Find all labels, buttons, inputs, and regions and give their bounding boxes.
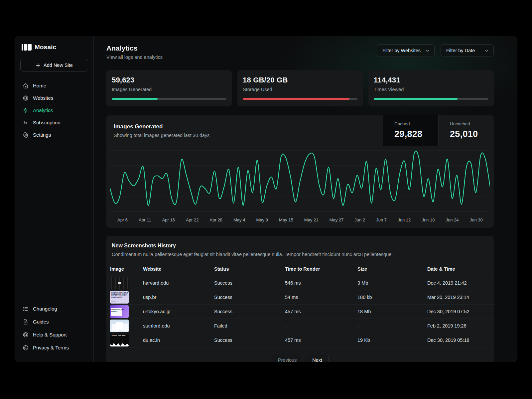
x-tick: Apr 11 (139, 217, 151, 222)
screenshot-thumbnail: Toronto Tech Week (110, 334, 129, 346)
stat-value: 114,431 (374, 76, 488, 84)
sidebar-item-label: Home (33, 83, 46, 88)
globe-icon (22, 95, 29, 101)
x-tick: Apr 28 (210, 217, 222, 222)
x-tick: Jun 18 (422, 217, 435, 222)
next-page-button[interactable]: Next (306, 354, 329, 362)
cell-time-to-render: 546 ms (285, 280, 357, 286)
column-header-date-time: Date & Time (427, 266, 494, 272)
x-tick: Jun 24 (446, 217, 459, 222)
cell-status: Success (214, 337, 285, 343)
stat-label: Storage Used (243, 87, 357, 92)
chart-plot-area: Apr 6 Apr 11 Apr 16 Apr 22 Apr 28 May 4 … (106, 146, 494, 228)
stat-value: 59,623 (112, 76, 226, 84)
sidebar-item-home[interactable]: Home (20, 80, 88, 91)
stat-label: Images Generated (112, 87, 226, 92)
uncached-value: 25,010 (450, 129, 494, 139)
images-generated-chart-card: Images Generated Showing total images ge… (106, 115, 494, 228)
column-header-time-to-render: Time to Render (285, 266, 357, 272)
cell-date-time: Feb 2, 2019 19:28 (427, 323, 494, 329)
table-row[interactable]: Toronto Tech Week du.ac.in Success 457 m… (106, 333, 494, 347)
screenshot-thumbnail (110, 320, 129, 332)
sidebar-footer-nav: Changelog Guides Help & Support Privacy … (20, 303, 88, 353)
progress-fill (243, 98, 349, 100)
add-new-site-button[interactable]: Add New Site (20, 59, 88, 71)
table-subtitle: Condimentum nulla pellentesque eget feug… (112, 252, 488, 257)
filter-by-date-label: Filter by Date (446, 48, 475, 53)
column-header-image: Image (110, 266, 143, 272)
cached-toggle[interactable]: Cached 29,828 (383, 115, 438, 146)
table-row[interactable]: Ship stories, not features u-tokyo.ac.jp… (106, 305, 494, 319)
cached-value: 29,828 (394, 129, 438, 139)
x-tick: May 15 (279, 217, 293, 222)
table-row[interactable]: stanford.edu Failed - - Feb 2, 2019 19:2… (106, 319, 494, 333)
cell-time-to-render: 54 ms (285, 295, 357, 300)
column-header-website: Website (143, 266, 214, 272)
progress-bar (374, 98, 488, 100)
sidebar-item-guides[interactable]: Guides (20, 316, 88, 327)
x-tick: May 9 (256, 217, 268, 222)
mosaic-logo-icon (22, 44, 32, 51)
uncached-label: Uncached (450, 121, 494, 126)
gear-icon (22, 132, 29, 138)
previous-page-button[interactable]: Previous (272, 354, 303, 362)
x-tick: May 21 (304, 217, 319, 222)
chart-subtitle: Showing total images generated last 30 d… (114, 133, 375, 138)
progress-fill (112, 98, 158, 100)
x-tick: Apr 16 (162, 217, 175, 222)
logo: Mosaic (20, 43, 88, 52)
sidebar-item-privacy-terms[interactable]: Privacy & Terms (20, 342, 88, 353)
table-row[interactable]: Because startup reporting is so damn har… (106, 290, 494, 305)
cell-date-time: Mar 20, 2019 23:14 (427, 295, 494, 300)
stat-value: 18 GB/20 GB (243, 76, 357, 84)
stat-card-times-viewed: 114,431 Times Viewed (368, 70, 494, 106)
sidebar-item-label: Help & Support (33, 332, 67, 337)
chart-line (110, 151, 490, 205)
cell-website: u-tokyo.ac.jp (143, 309, 214, 314)
screenshot-thumbnail (110, 277, 129, 289)
cell-website: du.ac.in (143, 337, 214, 343)
cell-status: Success (214, 280, 285, 286)
app-name: Mosaic (35, 44, 57, 51)
cell-size: 3 Mb (357, 280, 427, 286)
sidebar-item-settings[interactable]: Settings (20, 129, 88, 140)
plus-icon (36, 63, 41, 68)
sidebar-item-websites[interactable]: Websites (20, 92, 88, 103)
sidebar-item-label: Subscription (33, 120, 61, 125)
cell-status: Failed (214, 323, 285, 329)
sparkle-icon (22, 119, 29, 126)
screenshot-thumbnail: Because startup reporting is so damn har… (110, 291, 129, 304)
uncached-toggle[interactable]: Uncached 25,010 (438, 115, 494, 146)
cached-label: Cached (394, 121, 438, 126)
x-axis: Apr 6 Apr 11 Apr 16 Apr 22 Apr 28 May 4 … (110, 213, 490, 228)
filter-by-websites-dropdown[interactable]: Filter by Websites (377, 44, 435, 57)
filter-by-date-dropdown[interactable]: Filter by Date (441, 44, 494, 57)
sidebar-item-label: Websites (33, 95, 53, 101)
table-title: New Screenshots History (112, 243, 488, 249)
screenshot-thumbnail: Ship stories, not features (110, 305, 129, 318)
cell-status: Success (214, 309, 285, 314)
cell-status: Success (214, 295, 285, 300)
page-subtitle: View all logs and analytics (106, 55, 163, 60)
cell-time-to-render: 457 ms (285, 337, 357, 343)
x-tick: Jun 12 (398, 217, 411, 222)
stat-card-images-generated: 59,623 Images Generated (106, 70, 232, 106)
column-header-size: Size (357, 266, 427, 272)
sidebar-item-label: Settings (33, 132, 51, 138)
cell-time-to-render: - (285, 323, 357, 329)
sidebar-item-analytics[interactable]: Analytics (20, 105, 88, 116)
x-tick: Jun 7 (376, 217, 387, 222)
x-tick: Jun 2 (354, 217, 365, 222)
table-row[interactable]: harvard.edu Success 546 ms 3 Mb Dec 4, 2… (106, 276, 494, 290)
app-window: Mosaic Add New Site Home Websites (15, 36, 517, 362)
page-title: Analytics (106, 44, 163, 52)
sidebar-item-changelog[interactable]: Changelog (20, 303, 88, 314)
filter-by-websites-label: Filter by Websites (382, 48, 421, 53)
thumbnail-text: Toronto Tech Week (111, 335, 126, 337)
sidebar-item-subscription[interactable]: Subscription (20, 117, 88, 128)
filters: Filter by Websites Filter by Date (377, 44, 494, 57)
progress-bar (243, 98, 357, 100)
cell-date-time: Dec 30, 2019 05:18 (427, 337, 494, 343)
stats-row: 59,623 Images Generated 18 GB/20 GB Stor… (106, 70, 494, 106)
sidebar-item-help-support[interactable]: Help & Support (20, 329, 88, 340)
